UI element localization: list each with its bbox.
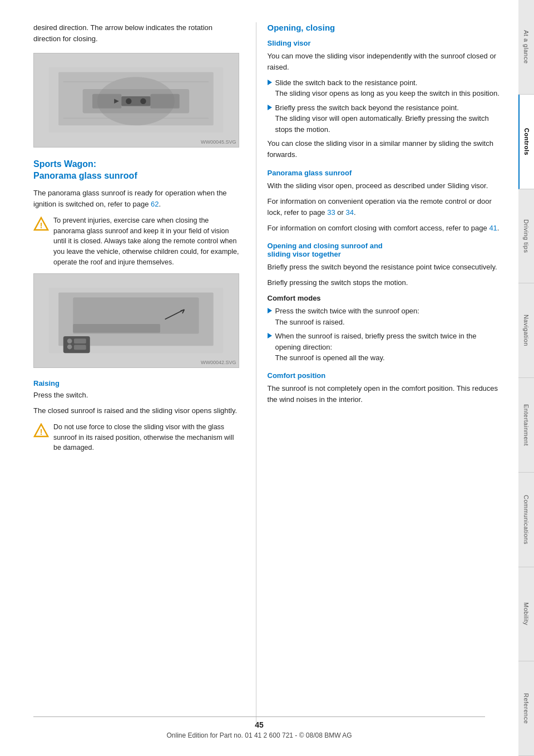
tab-at-a-glance[interactable]: At a glance <box>518 0 534 95</box>
tab-reference[interactable]: Reference <box>518 661 534 756</box>
footer-text: Online Edition for Part no. 01 41 2 600 … <box>166 732 352 739</box>
svg-rect-5 <box>151 94 180 109</box>
panorama-body3: For information on comfort closing with … <box>268 223 502 234</box>
image-watermark-2: WW00042.SVG <box>201 360 236 365</box>
triangle-bullet-2 <box>268 105 272 110</box>
bullet-2: Briefly press the switch back beyond the… <box>268 102 502 135</box>
intro-text: desired direction. The arrow below indic… <box>33 22 239 44</box>
comfort-bullet1-line1: Press the switch twice with the sunroof … <box>275 307 419 315</box>
bottom-image: WW00042.SVG <box>33 273 239 368</box>
comfort-bullet2-line1: When the sunroof is raised, briefly pres… <box>275 332 477 351</box>
page-container: desired direction. The arrow below indic… <box>0 0 534 756</box>
svg-text:!: ! <box>40 428 43 436</box>
warning-icon-1: ! <box>33 217 49 232</box>
main-content: desired direction. The arrow below indic… <box>0 0 518 756</box>
section-heading: Sports Wagon:Panorama glass sunroof <box>33 159 239 182</box>
panorama-body2: For information on convenient operation … <box>268 196 502 218</box>
opening-closing-together-heading: Opening and closing sunroof andsliding v… <box>268 242 502 258</box>
svg-rect-16 <box>73 324 161 333</box>
sliding-visor-body1: You can move the sliding visor independe… <box>268 51 502 73</box>
svg-text:!: ! <box>40 221 43 230</box>
tab-communications[interactable]: Communications <box>518 473 534 567</box>
page-footer: 45 Online Edition for Part no. 01 41 2 6… <box>0 716 518 739</box>
bullet1-line1: Slide the switch back to the resistance … <box>275 78 418 87</box>
triangle-bullet-3 <box>268 308 272 313</box>
warning-icon-2: ! <box>33 423 49 439</box>
warning-block-1: ! To prevent injuries, exercise care whe… <box>33 215 239 268</box>
svg-rect-21 <box>74 345 86 350</box>
triangle-bullet-4 <box>268 333 272 338</box>
side-tabs: At a glance Controls Driving tips Naviga… <box>518 0 534 756</box>
comfort-modes-heading: Comfort modes <box>268 294 502 302</box>
tab-mobility[interactable]: Mobility <box>518 567 534 662</box>
svg-point-19 <box>67 345 72 350</box>
tab-controls[interactable]: Controls <box>518 95 534 189</box>
page-number: 45 <box>0 720 518 729</box>
top-image: WW00045.SVG <box>33 53 239 148</box>
image-watermark: WW00045.SVG <box>201 139 236 145</box>
left-column: desired direction. The arrow below indic… <box>0 22 256 723</box>
comfort-bullet-2: When the sunroof is raised, briefly pres… <box>268 331 502 364</box>
comfort-bullet-1-content: Press the switch twice with the sunroof … <box>275 306 419 327</box>
raising-body1: Press the switch. <box>33 390 239 401</box>
bullet-1-content: Slide the switch back to the resistance … <box>275 77 500 99</box>
page-ref-62[interactable]: 62 <box>151 200 159 208</box>
opening-closing-together-body2: Briefly pressing the switch stops the mo… <box>268 277 502 288</box>
comfort-position-body: The sunroof is not completely open in th… <box>268 383 502 405</box>
tab-entertainment[interactable]: Entertainment <box>518 378 534 473</box>
comfort-bullet1-line2: The sunroof is raised. <box>275 318 345 326</box>
sliding-visor-body2: You can close the sliding visor in a sim… <box>268 138 502 160</box>
warning-block-2: ! Do not use force to close the sliding … <box>33 422 239 453</box>
svg-point-18 <box>67 338 72 343</box>
svg-point-8 <box>141 99 146 104</box>
panorama-body1: With the sliding visor open, proceed as … <box>268 180 502 192</box>
panorama-heading: Panorama glass sunroof <box>268 169 502 177</box>
page-ref-33[interactable]: 33 <box>327 208 335 217</box>
sliding-visor-heading: Sliding visor <box>268 39 502 47</box>
bullet-2-content: Briefly press the switch back beyond the… <box>275 102 502 135</box>
opening-closing-heading: Opening, closing <box>268 22 502 33</box>
comfort-bullet2-line2: The sunroof is opened all the way. <box>275 354 385 362</box>
bullet1-line2: The sliding visor opens as long as you k… <box>275 89 500 97</box>
bullet2-line2: The sliding visor will open automaticall… <box>275 114 489 134</box>
warning-text-1: To prevent injuries, exercise care when … <box>53 215 239 268</box>
comfort-position-heading: Comfort position <box>268 371 502 380</box>
triangle-bullet-1 <box>268 80 272 85</box>
bullet-1: Slide the switch back to the resistance … <box>268 77 502 99</box>
comfort-bullet-1: Press the switch twice with the sunroof … <box>268 306 502 327</box>
svg-point-7 <box>126 99 131 104</box>
opening-closing-together-body1: Briefly press the switch beyond the resi… <box>268 262 502 273</box>
raising-heading: Raising <box>33 379 239 387</box>
footer-divider <box>33 716 485 717</box>
raising-body2: The closed sunroof is raised and the sli… <box>33 405 239 416</box>
page-ref-41[interactable]: 41 <box>489 224 497 232</box>
right-column: Opening, closing Sliding visor You can m… <box>256 22 518 723</box>
warning-text-2: Do not use force to close the sliding vi… <box>53 422 239 453</box>
tab-driving-tips[interactable]: Driving tips <box>518 189 534 284</box>
comfort-bullet-2-content: When the sunroof is raised, briefly pres… <box>275 331 502 364</box>
bullet2-line1: Briefly press the switch back beyond the… <box>275 104 459 112</box>
svg-rect-20 <box>74 338 86 343</box>
section-body: The panorama glass sunroof is ready for … <box>33 188 239 210</box>
page-ref-34[interactable]: 34 <box>345 208 353 217</box>
tab-navigation[interactable]: Navigation <box>518 283 534 378</box>
